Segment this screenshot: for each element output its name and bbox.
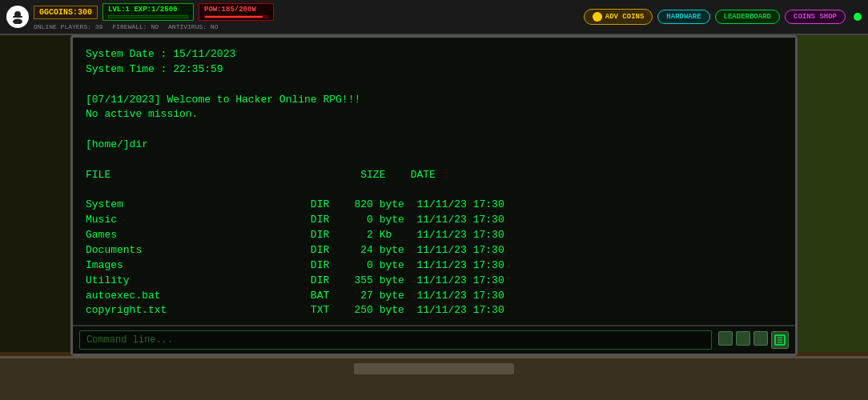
cmd-btn-3[interactable] — [753, 331, 768, 346]
dir-command: [home/]dir — [86, 138, 148, 150]
terminal-window: System Date : 15/11/2023 System Time : 2… — [70, 35, 798, 356]
firewall-status: FIREWALL: NO — [112, 23, 159, 30]
online-indicator — [854, 13, 862, 21]
lvl-label: LVL:1 EXP:1/2500 — [108, 6, 177, 14]
command-input[interactable] — [79, 330, 712, 350]
leaderboard-button[interactable]: LEADERBOARD — [715, 10, 780, 24]
mission-line: No active mission. — [86, 108, 198, 120]
bottom-bar — [0, 356, 868, 400]
file-header: FILE SIZE DATE — [86, 169, 436, 181]
file-documents: Documents DIR 24 byte 11/11/23 17:30 — [86, 244, 504, 256]
ggcoins-label: GGCOINS:300 — [39, 8, 92, 17]
svg-point-1 — [13, 19, 22, 25]
cmd-btn-1[interactable] — [718, 331, 733, 346]
cmd-btn-2[interactable] — [736, 331, 750, 346]
terminal-output: System Date : 15/11/2023 System Time : 2… — [86, 47, 782, 325]
anonymous-icon — [6, 6, 29, 28]
terminal-screen: System Date : 15/11/2023 System Time : 2… — [73, 38, 795, 325]
file-images: Images DIR 0 byte 11/11/23 17:30 — [86, 259, 504, 271]
top-bar-left: GGCOINS:300 LVL:1 EXP:1/2500 POW:185/200… — [6, 3, 584, 30]
cmd-buttons — [718, 331, 789, 349]
file-utility: Utility DIR 355 byte 11/11/23 17:30 — [86, 274, 504, 286]
coins-shop-button[interactable]: COINS SHOP — [785, 10, 846, 24]
time-line: System Time : 22:35:59 — [86, 63, 223, 75]
hardware-button[interactable]: HARDWARE — [657, 10, 709, 24]
file-games: Games DIR 2 Kb 11/11/23 17:30 — [86, 229, 504, 241]
welcome-line: [07/11/2023] Welcome to Hacker Online RP… — [86, 94, 360, 106]
status-row: ONLINE PLAYERS: 39 FIREWALL: NO ANTIVIRU… — [34, 23, 274, 30]
ggcoins-block: GGCOINS:300 — [34, 6, 98, 19]
antivirus-status: ANTIVIRUS: NO — [168, 23, 218, 30]
coin-icon — [593, 12, 602, 22]
command-bar — [73, 325, 795, 354]
bg-left — [0, 0, 72, 400]
file-system: System DIR 820 byte 11/11/23 17:30 — [86, 198, 504, 210]
lvl-block: LVL:1 EXP:1/2500 — [102, 3, 194, 21]
file-music: Music DIR 0 byte 11/11/23 17:30 — [86, 214, 504, 226]
svg-rect-2 — [13, 16, 22, 18]
file-copyright: copyright.txt TXT 250 byte 11/11/23 17:3… — [86, 304, 504, 316]
cmd-btn-expand[interactable] — [771, 331, 789, 349]
pow-label: POW:185/200W — [204, 6, 256, 14]
bg-right — [796, 0, 868, 400]
file-autoexec: autoexec.bat BAT 27 byte 11/11/23 17:30 — [86, 290, 504, 302]
adv-coins-button[interactable]: ADV COINS — [584, 9, 653, 25]
bottom-center-bar — [354, 363, 514, 374]
online-players: ONLINE PLAYERS: 39 — [34, 23, 102, 30]
top-bar: GGCOINS:300 LVL:1 EXP:1/2500 POW:185/200… — [0, 0, 868, 35]
date-line: System Date : 15/11/2023 — [86, 48, 235, 60]
pow-block: POW:185/200W — [199, 3, 274, 21]
top-bar-right: ADV COINS HARDWARE LEADERBOARD COINS SHO… — [584, 9, 862, 25]
